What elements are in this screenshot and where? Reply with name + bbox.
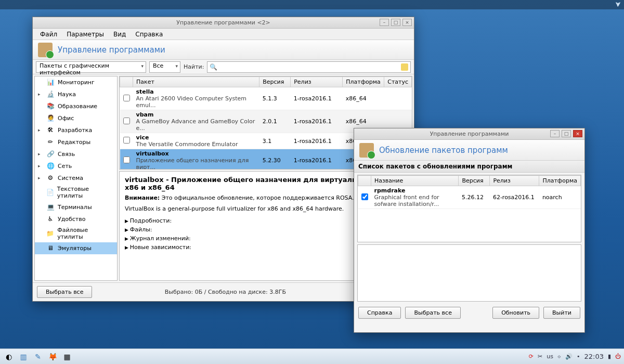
firefox-icon[interactable]: 🦊 [47, 351, 58, 362]
sidebar-item-label: Файловые утилиты [57, 227, 114, 240]
main-titlebar[interactable]: Управление программами <2> – □ × [33, 17, 414, 29]
update-package-list[interactable]: НазваниеВерсияРелизПлатформа rpmdrakeGra… [357, 175, 581, 242]
package-version: 5.2.30 [259, 149, 291, 170]
search-clear-icon[interactable] [401, 63, 408, 71]
editor-icon[interactable]: ✎ [32, 351, 44, 362]
column-header[interactable] [358, 176, 371, 186]
close-button[interactable]: × [402, 19, 412, 26]
column-header[interactable]: Релиз [490, 176, 539, 186]
package-name-cell: virtualboxПриложение общего назначения д… [133, 149, 259, 170]
update-checkbox[interactable] [361, 193, 368, 200]
desktop-taskbar[interactable]: ◐ ▥ ✎ 🦊 ▦ ⟳ ✂ us ⟐ 🔊 • 22:03 ▮ ⏻ [0, 348, 624, 364]
column-header[interactable]: Версия [459, 176, 490, 186]
maximize-button[interactable]: □ [562, 130, 571, 137]
sidebar-item-Текстовые утилиты[interactable]: 📄Текстовые утилиты [35, 184, 117, 201]
search-field[interactable]: 🔍 [207, 61, 411, 73]
category-icon: 📚 [46, 102, 55, 110]
update-details-box[interactable] [357, 244, 581, 302]
sidebar-item-Файловые утилиты[interactable]: 📁Файловые утилиты [35, 225, 117, 242]
main-window-title: Управление программами <2> [176, 19, 270, 26]
category-sidebar[interactable]: 📊Мониторинг▸🔬Наука📚Образование🧑‍💼Офис▸🛠Р… [34, 76, 118, 281]
main-app-header: Управление программами [33, 40, 414, 60]
package-release: 1-rosa2016.1 [291, 110, 343, 133]
package-release: 1-rosa2016.1 [291, 149, 343, 170]
sidebar-item-Связь[interactable]: ▸🔗Связь [35, 148, 117, 160]
sidebar-item-label: Эмуляторы [58, 245, 92, 252]
sidebar-item-Мониторинг[interactable]: 📊Мониторинг [35, 76, 117, 88]
column-header[interactable]: Название [371, 176, 459, 186]
sidebar-item-Наука[interactable]: ▸🔬Наука [35, 88, 117, 100]
select-all-button[interactable]: Выбрать все [405, 307, 460, 319]
column-header[interactable]: Пакет [133, 77, 259, 87]
column-header[interactable] [120, 77, 133, 87]
column-header[interactable]: Платформа [539, 176, 581, 186]
update-platform: noarch [539, 186, 581, 209]
maximize-button[interactable]: □ [391, 19, 400, 26]
package-version: 3.1 [259, 133, 291, 149]
category-icon: 🛠 [46, 126, 55, 134]
sidebar-item-Сеть[interactable]: ▸🌐Сеть [35, 160, 117, 172]
menu-help[interactable]: Справка [131, 30, 167, 39]
shutdown-tray-icon[interactable]: ⏻ [615, 353, 621, 360]
update-titlebar[interactable]: Управление программами – □ × [354, 128, 584, 140]
sidebar-item-Удобство[interactable]: ♿Удобство [35, 213, 117, 225]
package-name-cell: vbamA GameBoy Advance and GameBoy Color … [133, 110, 259, 133]
sidebar-item-Разработка[interactable]: ▸🛠Разработка [35, 124, 117, 136]
sidebar-item-Образование[interactable]: 📚Образование [35, 100, 117, 112]
clipboard-tray-icon[interactable]: ✂ [538, 353, 542, 360]
column-header[interactable]: Платформа [343, 77, 384, 87]
file-manager-icon[interactable]: ▥ [18, 351, 29, 362]
sidebar-item-Редакторы[interactable]: ✏Редакторы [35, 136, 117, 148]
task-app-1-icon[interactable]: ▦ [61, 351, 73, 362]
package-checkbox[interactable] [123, 95, 130, 101]
update-package-name: rpmdrakeGraphical front end for sofware … [371, 186, 459, 209]
clock[interactable]: 22:03 [584, 353, 603, 360]
update-release: 62-rosa2016.1 [490, 186, 539, 209]
package-box-icon [38, 43, 53, 57]
menu-view[interactable]: Вид [109, 30, 130, 39]
update-window: Управление программами – □ × Обновление … [354, 128, 585, 333]
exit-button[interactable]: Выйти [543, 307, 580, 319]
minimize-button[interactable]: – [380, 19, 389, 26]
minimize-button[interactable]: – [550, 130, 560, 137]
expand-icon: ▸ [38, 175, 43, 180]
sidebar-item-Офис[interactable]: 🧑‍💼Офис [35, 112, 117, 124]
package-checkbox[interactable] [123, 118, 130, 124]
filter-type-combo[interactable]: Пакеты с графическим интерфейсом [36, 61, 146, 73]
update-button[interactable]: Обновить [492, 307, 539, 319]
update-package-row[interactable]: rpmdrakeGraphical front end for sofware … [358, 186, 581, 209]
menu-file[interactable]: Файл [36, 30, 61, 39]
package-row[interactable]: stellaAn Atari 2600 Video Computer Syste… [120, 87, 412, 110]
package-checkbox[interactable] [123, 157, 130, 163]
sidebar-item-Система[interactable]: ▸⚙Система [35, 172, 117, 184]
category-icon: 💻 [46, 203, 55, 211]
battery-tray-icon[interactable]: ▮ [608, 353, 611, 360]
column-header[interactable]: Статус [384, 77, 412, 87]
filter-state-combo[interactable]: Все [149, 61, 180, 73]
close-button[interactable]: × [573, 130, 582, 137]
category-icon: ⚙ [46, 174, 55, 182]
volume-tray-icon[interactable]: 🔊 [565, 353, 573, 360]
column-header[interactable]: Релиз [291, 77, 343, 87]
help-button[interactable]: Справка [358, 307, 401, 319]
keyboard-layout-indicator[interactable]: us [547, 353, 553, 360]
update-window-controls: – □ × [550, 130, 582, 137]
sidebar-item-Терминалы[interactable]: 💻Терминалы [35, 201, 117, 213]
system-tray: ⟳ ✂ us ⟐ 🔊 • 22:03 ▮ ⏻ [529, 353, 621, 360]
package-checkbox[interactable] [123, 137, 130, 144]
search-input[interactable] [219, 63, 399, 70]
main-menubar: Файл Параметры Вид Справка [33, 29, 414, 40]
start-menu-icon[interactable]: ◐ [3, 351, 15, 362]
package-name-cell: stellaAn Atari 2600 Video Computer Syste… [133, 87, 259, 110]
update-tray-icon[interactable]: ⟳ [529, 353, 534, 360]
top-right-indicator: ⮟ [615, 1, 621, 8]
network-tray-icon[interactable]: ⟐ [557, 353, 561, 360]
sidebar-item-label: Текстовые утилиты [57, 186, 114, 199]
sidebar-item-Эмуляторы[interactable]: 🖥Эмуляторы [35, 242, 117, 254]
update-version: 5.26.12 [459, 186, 490, 209]
sidebar-item-label: Удобство [58, 216, 86, 223]
menu-parameters[interactable]: Параметры [62, 30, 108, 39]
select-all-button[interactable]: Выбрать все [37, 286, 92, 298]
expand-icon: ▸ [38, 151, 43, 157]
column-header[interactable]: Версия [259, 77, 291, 87]
